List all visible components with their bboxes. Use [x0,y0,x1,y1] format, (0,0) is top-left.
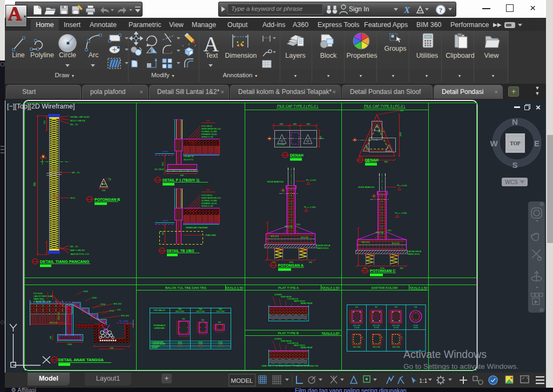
svg-text:PLAT TYPE B: PLAT TYPE B [278,331,299,335]
svg-text:PVT BON: PVT BON [33,293,43,295]
svg-text:Ø6 - 15: Ø6 - 15 [70,123,78,126]
svg-text:Ø10-200: Ø10-200 [121,315,129,317]
svg-text:300: 300 [218,321,221,323]
svg-text:K²: K² [362,336,363,339]
svg-text:-: - [180,347,180,349]
svg-text:150: 150 [43,120,46,124]
svg-text:X: X [403,5,410,15]
svg-text:12 D16: 12 D16 [394,327,399,329]
svg-text:350: 350 [33,182,36,186]
svg-text:SKALA 1:50: SKALA 1:50 [321,286,340,289]
svg-text:300: 300 [206,119,210,122]
svg-text:S: S [512,160,517,170]
svg-text:TERPASANG/: TERPASANG/ [153,325,166,327]
svg-text:DETAIL TB 1/B/2: DETAIL TB 1/B/2 [167,249,194,253]
svg-text:JADION POS J-13: JADION POS J-13 [70,253,89,255]
svg-text:TIPE BALOK: TIPE BALOK [153,309,166,312]
svg-text:PL -0.600: PL -0.600 [119,320,128,322]
svg-text:LANTAI KERJA: LANTAI KERJA [317,245,331,247]
svg-text:SCREED 20 MM: SCREED 20 MM [201,200,217,202]
svg-text:COMPACTED SOIL: COMPACTED SOIL [33,301,52,303]
svg-text:PL ± 0.00: PL ± 0.00 [397,184,407,187]
svg-text:DETAIL TIANG PANCANG: DETAIL TIANG PANCANG [40,259,89,264]
svg-text:12 D16: 12 D16 [374,327,379,329]
svg-text:-: - [220,347,221,349]
svg-text:PL ± 0.00: PL ± 0.00 [306,179,316,181]
svg-text:8 D16: 8 D16 [414,327,418,329]
svg-text:Ø10-200: Ø10-200 [392,242,400,245]
svg-text:DENAH: DENAH [290,153,304,157]
svg-text:DETAIL CAP 40/40: DETAIL CAP 40/40 [70,116,90,118]
svg-text:150 X 600: 150 X 600 [216,310,225,313]
svg-text:TANAH PADAT: TANAH PADAT [300,302,313,305]
svg-text:CELAH TB: CELAH TB [184,156,194,158]
svg-text:1500: 1500 [68,343,73,346]
svg-text:PILE CAP TYPE 2 ( PC-2 ): PILE CAP TYPE 2 ( PC-2 ) [277,104,318,109]
svg-text:LAPANGAN: LAPANGAN [154,327,165,329]
svg-text:MUKA TANAH 600: MUKA TANAH 600 [267,181,284,183]
svg-text:25/30: 25/30 [83,290,88,293]
svg-text:Ø10-200: Ø10-200 [301,236,308,239]
svg-text:MODEL: MODEL [231,377,254,384]
svg-text:TOP: TOP [510,141,521,146]
svg-text:LANTAI KERJA: LANTAI KERJA [408,251,421,253]
svg-text:1 2 TYPE: 1 2 TYPE [276,144,285,146]
svg-text:CAN STONES SLAB: CAN STONES SLAB [33,295,53,298]
svg-text:TRAS RAM: TRAS RAM [205,234,216,236]
svg-text:600 X 300: 600 X 300 [176,310,184,313]
svg-text:600: 600 [320,136,322,139]
svg-text:LVL DECK: LVL DECK [154,168,164,171]
svg-text:400: 400 [309,261,312,263]
svg-text:DAFTAR KOLOM: DAFTAR KOLOM [372,286,397,289]
svg-text:250=750: 250=750 [376,232,384,234]
svg-text:12 D16: 12 D16 [354,327,360,329]
svg-text:300: 300 [182,318,185,320]
svg-text:K²: K² [401,336,402,339]
svg-text:150: 150 [117,309,120,311]
svg-text:Ø16-150: Ø16-150 [362,241,370,244]
svg-text:W: W [490,139,498,148]
svg-text:1600: 1600 [400,132,402,137]
svg-text:Ø10-150: Ø10-150 [58,312,60,320]
svg-text:450 X 200: 450 X 200 [196,310,205,313]
svg-text:BALOK TUL.TBE DAN TBS: BALOK TUL.TBE DAN TBS [165,286,206,289]
svg-text:600: 600 [161,162,164,166]
svg-text:40.60 P.15: 40.60 P.15 [184,159,193,161]
svg-text:SAND BED: SAND BED [33,298,44,300]
svg-text:SKALA 1:50: SKALA 1:50 [409,286,428,289]
svg-text:E: E [534,139,539,148]
svg-text:KERAMIK 40x40: KERAMIK 40x40 [201,133,217,136]
svg-text:Ø6 - 15: Ø6 - 15 [70,245,78,248]
svg-text:SKALA 1:50: SKALA 1:50 [225,286,244,289]
svg-text:-: - [200,347,201,349]
svg-text:300 X 300: 300 X 300 [373,346,380,348]
svg-text:800: 800 [385,161,388,163]
svg-text:POD DECK: POD DECK [201,125,212,127]
svg-text:K3: K3 [395,306,398,308]
svg-text:BMP 1 HB 5/8: BMP 1 HB 5/8 [70,249,85,252]
svg-text:K1: K1 [355,306,359,308]
svg-text:450: 450 [50,336,52,339]
svg-text:POTONGAN B: POTONGAN B [95,198,120,201]
svg-text:SPESI 3 CM: SPESI 3 CM [201,136,213,138]
svg-text:600: 600 [180,174,184,177]
svg-text:TANAH PADAT: TANAH PADAT [300,347,313,349]
svg-text:PASIR URUG: PASIR URUG [317,247,329,249]
svg-text:SKALA 1:50: SKALA 1:50 [321,331,340,335]
svg-text:SCREED 20 MM: SCREED 20 MM [201,131,217,133]
svg-text:WIRE MESH M6-150: WIRE MESH M6-150 [201,197,221,199]
svg-text:600: 600 [280,123,283,125]
svg-text:K2: K2 [375,306,379,308]
svg-text:Ø16-150: Ø16-150 [271,235,279,238]
svg-text:K4: K4 [414,306,417,308]
svg-text:400: 400 [293,123,296,125]
svg-text:TEBAL PLAT 12 CM PADA KONDISI: TEBAL PLAT 12 CM PADA KONDISI TYPE MARKA… [261,365,319,367]
svg-text:Ø6 - 15: Ø6 - 15 [72,171,80,174]
svg-text:POTONGAN C: POTONGAN C [370,269,395,273]
svg-text:25/30: 25/30 [92,297,97,299]
svg-text:250=750: 250=750 [285,226,293,228]
svg-text:?: ? [439,6,443,14]
svg-text:PASIR URUG: PASIR URUG [408,253,420,255]
svg-text:D16: D16 [388,229,392,232]
svg-text:D16: D16 [296,224,300,226]
